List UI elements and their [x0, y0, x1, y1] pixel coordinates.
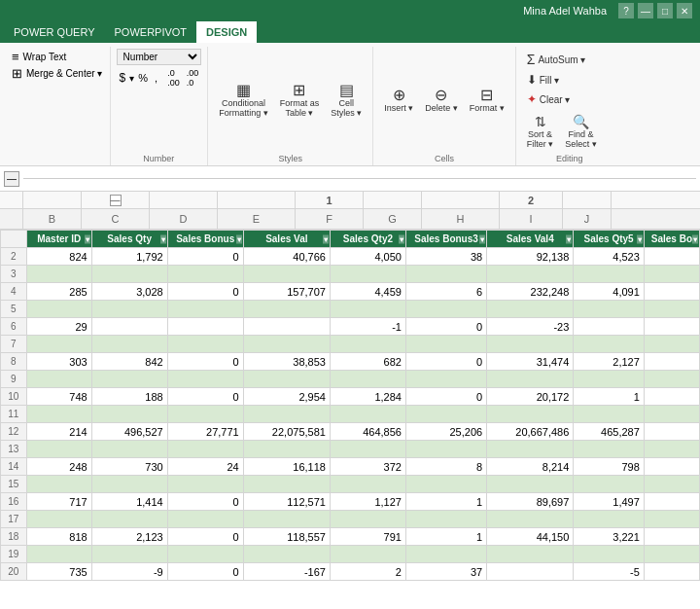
- empty-cell[interactable]: [330, 441, 405, 458]
- data-cell[interactable]: 0: [167, 493, 243, 511]
- format-as-table-btn[interactable]: ⊞ Format as Table ▾: [275, 80, 325, 121]
- data-cell[interactable]: 682: [330, 353, 405, 371]
- data-cell[interactable]: 157,707: [243, 283, 330, 301]
- data-cell[interactable]: 1,414: [91, 493, 167, 511]
- currency-btn[interactable]: $: [117, 70, 129, 86]
- filter-sales-bonus3[interactable]: ▾: [479, 234, 485, 243]
- empty-cell[interactable]: [644, 301, 699, 318]
- empty-cell[interactable]: [330, 336, 405, 353]
- empty-cell[interactable]: [243, 266, 330, 283]
- empty-cell[interactable]: [167, 546, 243, 563]
- data-cell[interactable]: 818: [26, 528, 91, 546]
- empty-cell[interactable]: [330, 476, 405, 493]
- empty-cell[interactable]: [574, 266, 644, 283]
- data-cell[interactable]: 0: [167, 388, 243, 406]
- empty-cell[interactable]: [91, 301, 167, 318]
- data-cell[interactable]: 232,248: [487, 283, 574, 301]
- tab-powerpivot[interactable]: POWERPIVOT: [105, 21, 197, 43]
- data-cell[interactable]: 730: [91, 458, 167, 476]
- data-cell[interactable]: 92,138: [487, 248, 574, 266]
- data-cell[interactable]: -1: [330, 318, 405, 336]
- autosum-btn[interactable]: Σ AutoSum ▾: [522, 49, 617, 70]
- data-cell[interactable]: [644, 318, 699, 336]
- th-sales-bo[interactable]: Sales Bo ▾: [644, 231, 699, 248]
- data-cell[interactable]: 214: [26, 423, 91, 441]
- empty-cell[interactable]: [167, 441, 243, 458]
- find-select-btn[interactable]: 🔍 Find & Select ▾: [560, 111, 602, 152]
- th-sales-val4[interactable]: Sales Val4 ▾: [487, 231, 574, 248]
- empty-cell[interactable]: [487, 511, 574, 528]
- empty-cell[interactable]: [167, 406, 243, 423]
- tab-power-query[interactable]: POWER QUERY: [4, 21, 105, 43]
- empty-cell[interactable]: [405, 511, 486, 528]
- data-cell[interactable]: 2,127: [574, 353, 644, 371]
- empty-cell[interactable]: [644, 546, 699, 563]
- empty-cell[interactable]: [26, 336, 91, 353]
- empty-cell[interactable]: [91, 476, 167, 493]
- data-cell[interactable]: 1: [574, 388, 644, 406]
- empty-cell[interactable]: [487, 441, 574, 458]
- data-cell[interactable]: -5: [574, 563, 644, 581]
- data-cell[interactable]: 118,557: [243, 528, 330, 546]
- data-cell[interactable]: 2: [330, 563, 405, 581]
- empty-cell[interactable]: [644, 336, 699, 353]
- empty-cell[interactable]: [487, 266, 574, 283]
- data-cell[interactable]: 0: [167, 283, 243, 301]
- empty-cell[interactable]: [574, 511, 644, 528]
- filter-sales-bonus[interactable]: ▾: [236, 234, 242, 243]
- data-cell[interactable]: 38: [405, 248, 486, 266]
- data-cell[interactable]: 464,856: [330, 423, 405, 441]
- data-cell[interactable]: 25,206: [405, 423, 486, 441]
- th-sales-bonus[interactable]: Sales Bonus ▾: [167, 231, 243, 248]
- empty-cell[interactable]: [91, 441, 167, 458]
- insert-btn[interactable]: ⊕ Insert ▾: [379, 85, 418, 116]
- empty-cell[interactable]: [644, 476, 699, 493]
- empty-cell[interactable]: [26, 301, 91, 318]
- data-cell[interactable]: [644, 563, 699, 581]
- data-cell[interactable]: 791: [330, 528, 405, 546]
- empty-cell[interactable]: [243, 371, 330, 388]
- empty-cell[interactable]: [574, 406, 644, 423]
- data-cell[interactable]: 112,571: [243, 493, 330, 511]
- data-cell[interactable]: 4,523: [574, 248, 644, 266]
- data-cell[interactable]: 0: [405, 318, 486, 336]
- data-cell[interactable]: [644, 248, 699, 266]
- data-cell[interactable]: 1: [405, 528, 486, 546]
- empty-cell[interactable]: [26, 266, 91, 283]
- collapse-group1-btn[interactable]: —: [110, 195, 122, 206]
- empty-cell[interactable]: [243, 546, 330, 563]
- empty-cell[interactable]: [26, 476, 91, 493]
- data-cell[interactable]: [243, 318, 330, 336]
- data-cell[interactable]: [644, 423, 699, 441]
- filter-sales-qty[interactable]: ▾: [160, 234, 166, 243]
- empty-cell[interactable]: [243, 406, 330, 423]
- empty-cell[interactable]: [91, 406, 167, 423]
- data-cell[interactable]: 8: [405, 458, 486, 476]
- format-btn[interactable]: ⊟ Format ▾: [465, 85, 509, 116]
- empty-cell[interactable]: [405, 266, 486, 283]
- empty-cell[interactable]: [167, 511, 243, 528]
- data-cell[interactable]: 31,474: [487, 353, 574, 371]
- data-cell[interactable]: 8,214: [487, 458, 574, 476]
- empty-cell[interactable]: [644, 266, 699, 283]
- data-cell[interactable]: 0: [167, 528, 243, 546]
- empty-cell[interactable]: [574, 476, 644, 493]
- data-cell[interactable]: 1: [405, 493, 486, 511]
- empty-cell[interactable]: [243, 476, 330, 493]
- empty-cell[interactable]: [405, 406, 486, 423]
- data-cell[interactable]: 188: [91, 388, 167, 406]
- data-cell[interactable]: 3,028: [91, 283, 167, 301]
- th-master-id[interactable]: Master ID ▾: [26, 231, 91, 248]
- empty-cell[interactable]: [91, 336, 167, 353]
- filter-sales-val4[interactable]: ▾: [566, 234, 572, 243]
- data-cell[interactable]: 2,123: [91, 528, 167, 546]
- data-cell[interactable]: [644, 353, 699, 371]
- filter-sales-bo[interactable]: ▾: [692, 234, 698, 243]
- empty-cell[interactable]: [644, 371, 699, 388]
- filter-master-id[interactable]: ▾: [85, 234, 90, 243]
- data-cell[interactable]: -23: [487, 318, 574, 336]
- data-cell[interactable]: 44,150: [487, 528, 574, 546]
- percent-btn[interactable]: %: [135, 71, 151, 85]
- empty-cell[interactable]: [405, 371, 486, 388]
- data-cell[interactable]: 717: [26, 493, 91, 511]
